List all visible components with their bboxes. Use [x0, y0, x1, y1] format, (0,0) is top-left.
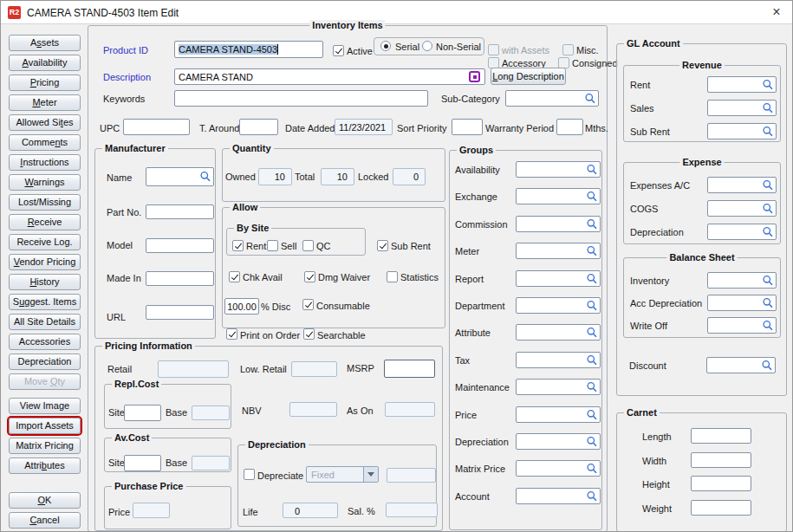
gl-sub-rent-field[interactable] [707, 123, 777, 139]
sidebar-button-receive[interactable]: Receive [9, 214, 81, 230]
carnet-weight-field[interactable] [691, 500, 751, 516]
magnifier-icon[interactable] [762, 320, 774, 332]
sidebar-button-instructions[interactable]: Instructions [9, 154, 81, 171]
sidebar-button-lost-missing[interactable]: Lost/Missing [9, 194, 81, 211]
sidebar-button-ok[interactable]: OK [9, 492, 81, 509]
product-id-field[interactable]: CAMERA STAND-4503 [174, 41, 323, 58]
groups-department-field[interactable] [516, 297, 601, 314]
magnifier-icon[interactable] [586, 381, 598, 393]
gl-rent-field[interactable] [707, 76, 777, 93]
sub-rent-checkbox[interactable] [377, 240, 388, 251]
dmg-waiver-checkbox[interactable] [304, 271, 315, 282]
serial-radio[interactable] [380, 41, 391, 51]
close-icon[interactable]: × [769, 4, 784, 20]
sidebar-button-depreciation[interactable]: Depreciation [9, 354, 81, 370]
magnifier-icon[interactable] [586, 300, 598, 312]
magnifier-icon[interactable] [586, 490, 598, 503]
magnifier-icon[interactable] [762, 226, 774, 238]
gl-depreciation-field[interactable] [707, 224, 777, 240]
sort-priority-field[interactable] [452, 119, 483, 135]
groups-depreciation-field[interactable] [516, 433, 601, 450]
magnifier-icon[interactable] [586, 164, 598, 176]
discount-field[interactable] [706, 357, 776, 373]
rent-checkbox[interactable] [232, 240, 244, 251]
manufacturer-name-field[interactable] [146, 167, 214, 186]
groups-price-field[interactable] [516, 406, 601, 423]
groups-attribute-field[interactable] [516, 324, 601, 341]
groups-maintenance-field[interactable] [516, 379, 601, 395]
carnet-height-field[interactable] [691, 476, 751, 491]
magnifier-icon[interactable] [762, 297, 774, 309]
repl-site-field[interactable] [124, 405, 161, 421]
sidebar-button-receive-log[interactable]: Receive Log. [9, 234, 81, 250]
upc-field[interactable] [123, 119, 190, 135]
consumable-checkbox[interactable] [302, 299, 314, 310]
sidebar-button-warnings[interactable]: Warnings [9, 174, 81, 191]
sidebar-button-cancel[interactable]: Cancel [9, 512, 81, 529]
sidebar-button-attributes[interactable]: Attributes [9, 457, 81, 474]
magnifier-icon[interactable] [586, 327, 598, 339]
sidebar-button-history[interactable]: History [9, 274, 81, 290]
magnifier-icon[interactable] [199, 171, 211, 183]
magnifier-icon[interactable] [586, 463, 598, 475]
magnifier-icon[interactable] [762, 79, 774, 91]
magnifier-icon[interactable] [586, 409, 598, 421]
magnifier-icon[interactable] [586, 436, 598, 448]
sidebar-button-comments[interactable]: Comments [9, 134, 81, 151]
magnifier-icon[interactable] [586, 273, 598, 285]
sidebar-button-assets[interactable]: Assets [9, 35, 81, 51]
magnifier-icon[interactable] [586, 218, 598, 230]
av-site-field[interactable] [124, 455, 161, 471]
qc-checkbox[interactable] [302, 240, 314, 251]
sub-category-field[interactable] [505, 90, 599, 107]
keywords-field[interactable] [174, 90, 428, 107]
sidebar-button-move-qty[interactable]: Move Qty [9, 373, 81, 390]
manufacturer-made-in-field[interactable] [146, 271, 214, 286]
magnifier-icon[interactable] [586, 245, 598, 257]
gl-write-off-field[interactable] [707, 317, 777, 334]
sidebar-button-meter[interactable]: Meter [9, 94, 81, 111]
manufacturer-part-no-field[interactable] [146, 204, 214, 219]
groups-report-field[interactable] [516, 270, 601, 287]
magnifier-icon[interactable] [761, 360, 773, 372]
magnifier-icon[interactable] [762, 126, 774, 138]
active-checkbox[interactable] [333, 45, 344, 56]
carnet-length-field[interactable] [691, 428, 751, 444]
misc-checkbox[interactable] [562, 44, 574, 55]
magnifier-icon[interactable] [762, 179, 774, 191]
sidebar-button-accessories[interactable]: Accessories [9, 334, 81, 350]
msrp-field[interactable] [384, 360, 435, 378]
manufacturer-url-field[interactable] [146, 305, 214, 320]
groups-account-field[interactable] [516, 488, 601, 504]
description-field[interactable]: CAMERA STAND [174, 68, 485, 85]
depreciate-checkbox[interactable] [244, 469, 255, 480]
carnet-width-field[interactable] [691, 452, 751, 468]
non-serial-radio[interactable] [422, 41, 432, 51]
statistics-checkbox[interactable] [387, 271, 398, 282]
sidebar-button-view-image[interactable]: View Image [9, 398, 81, 414]
gl-inventory-field[interactable] [707, 272, 777, 289]
magnifier-icon[interactable] [584, 93, 596, 105]
groups-meter-field[interactable] [516, 243, 601, 259]
chk-avail-checkbox[interactable] [229, 271, 240, 282]
t-around-field[interactable] [239, 119, 278, 135]
manufacturer-model-field[interactable] [146, 238, 214, 253]
percent-disc-field[interactable]: 100.00 [224, 298, 259, 315]
sidebar-button-matrix-pricing[interactable]: Matrix Pricing [9, 438, 81, 454]
sidebar-button-availability[interactable]: Availability [9, 55, 81, 71]
sidebar-button-allowed-sites[interactable]: Allowed Sites [9, 114, 81, 131]
magnifier-icon[interactable] [762, 275, 774, 287]
magnifier-icon[interactable] [586, 191, 598, 203]
print-on-order-checkbox[interactable] [226, 328, 237, 340]
warranty-period-field[interactable] [556, 119, 583, 135]
gl-acc-depreciation-field[interactable] [707, 295, 777, 311]
groups-tax-field[interactable] [516, 352, 601, 368]
groups-exchange-field[interactable] [516, 188, 601, 204]
groups-commission-field[interactable] [516, 216, 601, 232]
groups-matrix-price-field[interactable] [516, 460, 601, 477]
magnifier-icon[interactable] [762, 102, 774, 114]
sell-checkbox[interactable] [267, 240, 278, 251]
sidebar-button-import-assets[interactable]: Import Assets [9, 418, 81, 434]
magnifier-icon[interactable] [762, 203, 774, 215]
long-description-icon[interactable] [469, 71, 480, 82]
